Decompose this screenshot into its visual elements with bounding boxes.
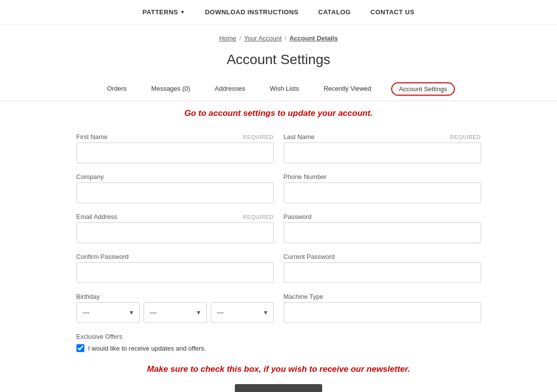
form-row-2: Company Phone Number [76, 173, 481, 203]
tab-addresses[interactable]: Addresses [210, 82, 250, 96]
first-name-label-row: First Name REQUIRED [76, 133, 274, 141]
birthday-month-select[interactable]: --- JanuaryFebruaryMarch AprilMayJune Ju… [76, 302, 140, 323]
breadcrumb: Home / Your Account / Account Details [0, 25, 557, 47]
company-label-row: Company [76, 173, 274, 180]
phone-label: Phone Number [284, 173, 327, 180]
last-name-input[interactable] [284, 143, 481, 163]
form-group-current-password: Current Password [284, 253, 481, 283]
newsletter-checkbox[interactable] [76, 344, 84, 352]
nav-label-patterns: PATTERNS [143, 8, 178, 16]
update-details-button[interactable]: Update Details [235, 384, 322, 392]
form-group-password: Password [284, 213, 481, 243]
nav-label-contact: CONTACT US [371, 8, 414, 16]
email-input[interactable] [76, 222, 274, 243]
newsletter-annotation: Make sure to check this box, if you wish… [76, 359, 481, 379]
birthday-day-wrapper: --- 12345 678910 ▼ [144, 302, 207, 323]
birthday-day-select[interactable]: --- 12345 678910 [144, 302, 207, 323]
email-label-row: Email Address REQUIRED [76, 213, 274, 220]
password-label-row: Password [284, 213, 481, 220]
tab-wish-lists[interactable]: Wish Lists [265, 82, 304, 96]
tab-recently-viewed[interactable]: Recently Viewed [319, 82, 376, 96]
machine-type-input[interactable] [284, 302, 481, 323]
first-name-label: First Name [76, 133, 108, 141]
phone-label-row: Phone Number [284, 173, 481, 180]
first-name-required: REQUIRED [243, 134, 273, 140]
form-group-email: Email Address REQUIRED [76, 213, 274, 243]
form-row-3: Email Address REQUIRED Password [76, 213, 481, 243]
breadcrumb-sep-1: / [239, 35, 241, 42]
exclusive-offers-section: Exclusive Offers I would like to receive… [76, 333, 481, 352]
birthday-year-select[interactable]: --- 2000199919981997 [211, 302, 274, 323]
top-nav: PATTERNS ▼ DOWNLOAD INSTRUCTIONS CATALOG… [0, 0, 557, 25]
current-password-input[interactable] [284, 262, 481, 283]
form-group-company: Company [76, 173, 274, 203]
newsletter-checkbox-label: I would like to receive updates and offe… [88, 345, 206, 352]
confirm-password-input[interactable] [76, 262, 274, 283]
current-password-label: Current Password [284, 253, 335, 260]
nav-item-download[interactable]: DOWNLOAD INSTRUCTIONS [205, 8, 298, 16]
page-title: Account Settings [0, 47, 557, 77]
machine-type-label: Machine Type [284, 293, 324, 300]
company-label: Company [76, 173, 104, 180]
password-label: Password [284, 213, 312, 220]
form-row-1: First Name REQUIRED Last Name REQUIRED [76, 133, 481, 163]
password-input[interactable] [284, 222, 481, 243]
form-group-first-name: First Name REQUIRED [76, 133, 274, 163]
account-settings-form: First Name REQUIRED Last Name REQUIRED C… [67, 123, 491, 392]
form-group-birthday: Birthday --- JanuaryFebruaryMarch AprilM… [76, 293, 274, 323]
form-group-machine-type: Machine Type [284, 293, 481, 323]
current-password-label-row: Current Password [284, 253, 481, 260]
nav-item-catalog[interactable]: CATALOG [318, 8, 351, 16]
tab-orders[interactable]: Orders [102, 82, 132, 96]
confirm-password-label: Confirm Password [76, 253, 129, 260]
form-group-confirm-password: Confirm Password [76, 253, 274, 283]
machine-type-label-row: Machine Type [284, 293, 481, 300]
birthday-selects: --- JanuaryFebruaryMarch AprilMayJune Ju… [76, 302, 274, 323]
update-button-wrapper: Update Details [76, 379, 481, 392]
exclusive-offers-label: Exclusive Offers [76, 333, 481, 340]
form-group-last-name: Last Name REQUIRED [284, 133, 481, 163]
chevron-down-icon: ▼ [180, 9, 185, 15]
form-row-4: Confirm Password Current Password [76, 253, 481, 283]
birthday-month-wrapper: --- JanuaryFebruaryMarch AprilMayJune Ju… [76, 302, 140, 323]
last-name-label: Last Name [284, 133, 315, 141]
breadcrumb-your-account[interactable]: Your Account [244, 35, 282, 42]
tab-messages[interactable]: Messages (0) [147, 82, 195, 96]
phone-input[interactable] [284, 182, 481, 203]
form-row-birthday: Birthday --- JanuaryFebruaryMarch AprilM… [76, 293, 481, 323]
newsletter-checkbox-row: I would like to receive updates and offe… [76, 344, 481, 352]
breadcrumb-home[interactable]: Home [219, 35, 236, 42]
account-settings-annotation: Go to account settings to update your ac… [0, 101, 557, 123]
birthday-label-row: Birthday [76, 293, 274, 300]
nav-item-contact[interactable]: CONTACT US [371, 8, 414, 16]
confirm-password-label-row: Confirm Password [76, 253, 274, 260]
email-label: Email Address [76, 213, 117, 220]
last-name-required: REQUIRED [450, 134, 481, 140]
company-input[interactable] [76, 182, 274, 203]
birthday-year-wrapper: --- 2000199919981997 ▼ [211, 302, 274, 323]
form-group-phone: Phone Number [284, 173, 481, 203]
birthday-label: Birthday [76, 293, 100, 300]
first-name-input[interactable] [76, 143, 274, 163]
nav-label-catalog: CATALOG [318, 8, 351, 16]
tab-account-settings[interactable]: Account Settings [391, 82, 455, 96]
last-name-label-row: Last Name REQUIRED [284, 133, 481, 141]
nav-item-patterns[interactable]: PATTERNS ▼ [143, 8, 186, 16]
breadcrumb-account-details: Account Details [289, 35, 337, 42]
account-tabs: Orders Messages (0) Addresses Wish Lists… [0, 77, 557, 101]
email-required: REQUIRED [243, 214, 273, 220]
nav-label-download: DOWNLOAD INSTRUCTIONS [205, 8, 298, 16]
breadcrumb-sep-2: / [285, 35, 287, 42]
